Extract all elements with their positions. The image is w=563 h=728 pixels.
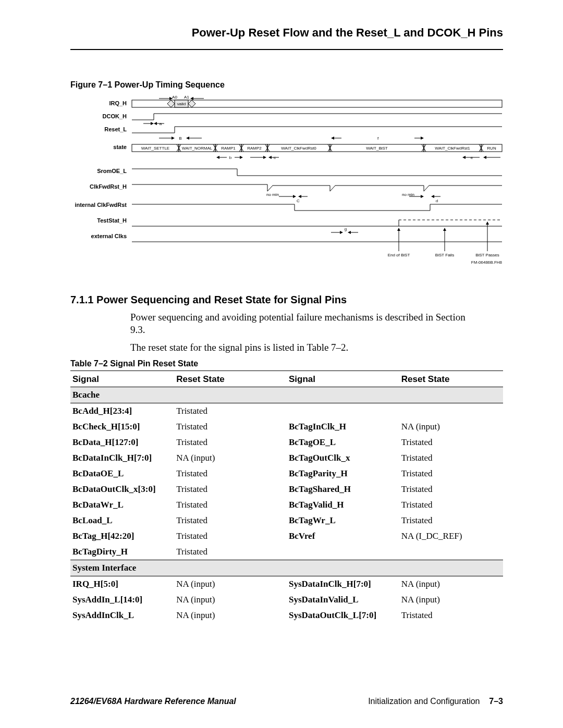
header-rule [70,49,503,50]
table-row: BcLoad_LTristatedBcTagWr_LTristated [70,513,503,528]
table-row: BcDataOutClk_x[3:0]TristatedBcTagShared_… [70,482,503,497]
svg-text:g: g [345,227,347,231]
svg-text:RUN: RUN [487,146,496,151]
footer-page: 7–3 [489,697,503,706]
svg-text:BiST Passes: BiST Passes [475,253,499,257]
section-para2: The reset state for the signal pins is l… [130,341,503,354]
svg-text:End of BiST: End of BiST [388,253,410,257]
table-row: BcDataWr_LTristatedBcTagValid_HTristated [70,497,503,513]
table-caption: Table 7–2 Signal Pin Reset State [70,359,503,368]
sig-lbl-sromoe: SromOE_L [97,168,127,174]
section-para1: Power sequencing and avoiding potential … [130,311,503,336]
sig-lbl-irq: IRQ_H [109,100,127,106]
table-row: BcTagDirty_HTristated [70,544,503,560]
table-row: SysAddIn_L[14:0]NA (input)SysDataInValid… [70,592,503,608]
svg-text:WAIT_SETTLE: WAIT_SETTLE [141,146,169,151]
figure-caption: Figure 7–1 Power-Up Timing Sequence [70,80,503,90]
svg-text:no min: no min [266,192,279,197]
table-header-row: Signal Reset State Signal Reset State [70,371,503,387]
svg-text:WAIT_ClkFwdRst0: WAIT_ClkFwdRst0 [281,146,316,151]
sig-lbl-state: state [113,144,127,150]
svg-text:b: b [229,155,232,160]
svg-text:BiST Fails: BiST Fails [435,253,454,257]
group-sysif: System Interface [70,560,503,576]
section-heading: 7.1.1 Power Sequencing and Reset State f… [70,294,503,306]
sig-lbl-clkfwdrst: ClkFwdRst_H [90,183,127,190]
figure-tag: FM-06486B.FH8 [471,260,503,265]
table-row: BcCheck_H[15:0]TristatedBcTagInClk_HNA (… [70,419,503,435]
table-row: BcDataInClk_H[7:0]NA (input)BcTagOutClk_… [70,450,503,466]
svg-text:c: c [274,155,276,160]
state-row: WAIT_SETTLE WAIT_NORMAL RAMP1 RAMP2 WAIT… [132,144,502,152]
sig-lbl-extclks: external Clks [91,233,127,239]
timing-diagram: .lbl { font: bold 11px Arial, Helvetica,… [70,95,503,272]
svg-text:WAIT_BiST: WAIT_BiST [366,146,388,151]
table-row: SysAddInClk_LNA (input)SysDataOutClk_L[7… [70,608,503,623]
footer-manual: 21264/EV68A Hardware Reference Manual [70,697,236,706]
group-bcache: Bcache [70,387,503,403]
table-row: BcAdd_H[23:4]Tristated [70,403,503,419]
table-row: BcDataOE_LTristatedBcTagParity_HTristate… [70,466,503,482]
sig-lbl-intclk: internal ClkFwdRst [75,202,127,208]
svg-text:RAMP1: RAMP1 [221,146,236,151]
svg-text:d: d [436,199,438,203]
svg-text:f: f [377,136,379,141]
sig-lbl-dcok: DCOK_H [103,113,127,119]
table-row: BcData_H[127:0]TristatedBcTagOE_LTristat… [70,435,503,450]
svg-text:C: C [297,199,300,203]
signal-table: Signal Reset State Signal Reset State Bc… [70,371,503,623]
svg-text:RAMP2: RAMP2 [247,146,262,151]
sig-lbl-teststat: TestStat_H [97,217,127,224]
svg-text:WAIT_NORMAL: WAIT_NORMAL [182,146,213,151]
table-row: IRQ_H[5:0]NA (input)SysDataInClk_H[7:0]N… [70,576,503,593]
page-header: Power-Up Reset Flow and the Reset_L and … [70,26,503,40]
svg-text:a: a [160,121,162,126]
svg-text:B: B [179,136,181,141]
svg-text:WAIT_ClkFwdRst1: WAIT_ClkFwdRst1 [435,146,470,151]
sig-lbl-reset: Reset_L [104,126,127,132]
svg-text:valid: valid [177,102,186,106]
table-row: BcTag_H[42:20]TristatedBcVrefNA (I_DC_RE… [70,528,503,544]
page-footer: 21264/EV68A Hardware Reference Manual In… [70,697,503,706]
footer-chapter: Initialization and Configuration [368,697,480,706]
svg-text:A0: A0 [172,95,177,100]
svg-text:e: e [471,155,473,160]
svg-text:A1: A1 [184,95,189,100]
